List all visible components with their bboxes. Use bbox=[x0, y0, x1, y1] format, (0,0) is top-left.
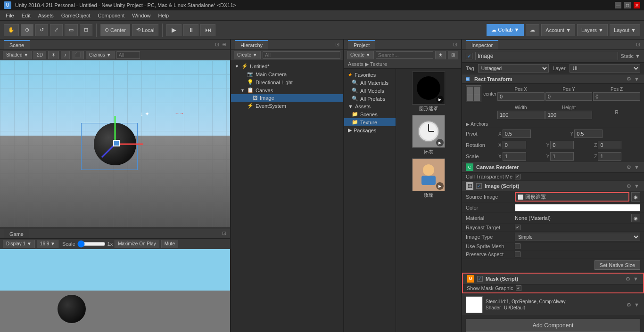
account-button[interactable]: Account ▼ bbox=[541, 24, 575, 36]
display-dropdown[interactable]: Display 1 ▼ bbox=[3, 240, 35, 248]
layer-select[interactable]: UI bbox=[570, 64, 640, 73]
hierarchy-create-button[interactable]: Create ▼ bbox=[234, 51, 261, 59]
width-input[interactable] bbox=[497, 111, 545, 119]
asset-thumb-watch[interactable]: ▶ 怀表 bbox=[398, 114, 459, 156]
project-sort-button[interactable]: ⊞ bbox=[448, 51, 458, 59]
center-toggle-button[interactable]: ⊙ Center bbox=[100, 24, 130, 36]
minimize-button[interactable]: — bbox=[615, 2, 621, 8]
audio-button[interactable]: ♪ bbox=[61, 51, 70, 59]
menu-file[interactable]: File bbox=[2, 12, 18, 19]
collab-button[interactable]: ☁ Collab ▼ bbox=[487, 24, 524, 36]
hierarchy-scene-root[interactable]: ▼ ⚡ Untitled* bbox=[231, 62, 343, 70]
menu-assets[interactable]: Assets bbox=[34, 12, 58, 19]
hierarchy-pin[interactable]: ⊡ bbox=[335, 41, 339, 48]
static-toggle[interactable]: Static ▼ bbox=[621, 53, 640, 59]
gizmos-button[interactable]: Gizmos ▼ bbox=[86, 51, 115, 59]
canvas-renderer-menu-button[interactable]: ▼ bbox=[633, 164, 640, 170]
asset-thumb-rose[interactable]: ▶ 玫瑰 bbox=[398, 157, 459, 200]
scale-z-input[interactable] bbox=[598, 152, 621, 161]
project-all-prefabs[interactable]: 🔍 All Prefabs bbox=[344, 95, 396, 103]
pos-z-input[interactable] bbox=[593, 92, 640, 101]
raycast-checkbox[interactable]: ✓ bbox=[515, 225, 520, 230]
shaded-dropdown[interactable]: Shaded ▼ bbox=[3, 51, 32, 59]
image-script-settings-button[interactable]: ⚙ bbox=[626, 183, 632, 189]
rect-transform-settings-button[interactable]: ⚙ bbox=[626, 76, 632, 82]
2d-button[interactable]: 2D bbox=[33, 51, 46, 59]
hand-tool-button[interactable]: ✋ bbox=[4, 24, 19, 36]
set-native-size-button[interactable]: Set Native Size bbox=[594, 260, 640, 270]
asset-thumb-circle[interactable]: ▶ 圆形遮罩 bbox=[398, 71, 459, 113]
scale-slider[interactable] bbox=[77, 241, 106, 247]
rect-transform-menu-button[interactable]: ▼ bbox=[633, 76, 640, 82]
rot-y-input[interactable] bbox=[550, 141, 574, 149]
menu-gameobject[interactable]: GameObject bbox=[58, 12, 94, 19]
mask-script-header[interactable]: M ✓ Mask (Script) ⚙ ▼ bbox=[463, 274, 643, 284]
move-tool-button[interactable]: ⊕ bbox=[21, 24, 33, 36]
project-scenes[interactable]: 📁 Scenes bbox=[344, 110, 396, 118]
hierarchy-search[interactable] bbox=[263, 51, 340, 59]
project-tab[interactable]: Project bbox=[348, 40, 375, 49]
rotate-tool-button[interactable]: ↺ bbox=[35, 24, 48, 36]
close-button[interactable]: ✕ bbox=[634, 2, 640, 8]
source-image-select-button[interactable]: ◉ bbox=[631, 192, 640, 202]
source-image-field[interactable]: ⬜ 圆形遮罩 bbox=[515, 192, 629, 202]
transform-tool-button[interactable]: ⊞ bbox=[80, 24, 92, 36]
project-search[interactable] bbox=[376, 51, 433, 59]
preserve-checkbox[interactable] bbox=[515, 251, 520, 257]
show-mask-checkbox[interactable]: ✓ bbox=[516, 285, 521, 291]
panel-pin[interactable]: ⊡ bbox=[215, 41, 219, 48]
canvas-renderer-header[interactable]: C Canvas Renderer ⚙ ▼ bbox=[462, 162, 644, 173]
rot-z-input[interactable] bbox=[598, 141, 621, 149]
pos-y-input[interactable] bbox=[545, 92, 593, 101]
pos-x-input[interactable] bbox=[497, 92, 545, 101]
menu-help[interactable]: Help bbox=[154, 12, 173, 19]
play-button[interactable]: ▶ bbox=[166, 24, 182, 36]
maximize-on-play-button[interactable]: Maximize On Play bbox=[115, 240, 159, 248]
cloud-button[interactable]: ☁ bbox=[526, 24, 539, 36]
pause-button[interactable]: ⏸ bbox=[183, 24, 198, 36]
scene-tab[interactable]: Scene bbox=[4, 40, 30, 49]
mask-script-settings-button[interactable]: ⚙ bbox=[625, 276, 631, 282]
image-script-enabled[interactable]: ✓ bbox=[476, 183, 482, 189]
inspector-tab[interactable]: Inspector bbox=[466, 40, 498, 49]
rect-transform-header[interactable]: ⊞ Rect Transform ⚙ ▼ bbox=[462, 74, 644, 84]
object-enabled-checkbox[interactable]: ✓ bbox=[466, 53, 472, 59]
image-script-menu-button[interactable]: ▼ bbox=[633, 183, 640, 189]
color-swatch[interactable] bbox=[515, 204, 640, 211]
mask-script-menu-button[interactable]: ▼ bbox=[632, 276, 639, 282]
game-tab[interactable]: Game bbox=[4, 229, 29, 238]
project-texture[interactable]: 📁 Texture bbox=[344, 118, 396, 126]
layout-button[interactable]: Layout ▼ bbox=[610, 24, 640, 36]
use-sprite-checkbox[interactable] bbox=[515, 243, 520, 249]
pivot-y-input[interactable] bbox=[574, 130, 603, 138]
menu-window[interactable]: Window bbox=[128, 12, 154, 19]
maximize-button[interactable]: □ bbox=[624, 2, 631, 8]
step-button[interactable]: ⏭ bbox=[200, 24, 215, 36]
scale-tool-button[interactable]: ⤢ bbox=[50, 24, 63, 36]
layers-button[interactable]: Layers ▼ bbox=[577, 24, 608, 36]
panel-maximize-icon[interactable]: ⊕ bbox=[222, 41, 226, 48]
rect-tool-button[interactable]: ▭ bbox=[65, 24, 78, 36]
project-all-materials[interactable]: 🔍 All Materials bbox=[344, 79, 396, 87]
project-create-button[interactable]: Create ▼ bbox=[347, 51, 374, 59]
stencil-menu-button[interactable]: ▼ bbox=[633, 302, 640, 308]
effects-button[interactable]: ⬛ bbox=[72, 51, 84, 59]
ratio-dropdown[interactable]: 16:9 ▼ bbox=[37, 240, 58, 248]
tag-select[interactable]: Untagged bbox=[478, 64, 549, 73]
mask-script-enabled[interactable]: ✓ bbox=[477, 276, 483, 282]
project-all-models[interactable]: 🔍 All Models bbox=[344, 87, 396, 95]
hierarchy-directional-light[interactable]: 💡 Directional Light bbox=[231, 78, 343, 86]
height-input[interactable] bbox=[545, 111, 593, 119]
rot-x-input[interactable] bbox=[503, 141, 526, 149]
project-favorites-header[interactable]: ★ Favorites bbox=[344, 71, 396, 79]
canvas-renderer-settings-button[interactable]: ⚙ bbox=[626, 164, 632, 170]
cull-checkbox[interactable]: ✓ bbox=[515, 174, 520, 179]
inspector-pin[interactable]: ⊡ bbox=[636, 41, 640, 48]
menu-edit[interactable]: Edit bbox=[18, 12, 34, 19]
add-component-button[interactable]: Add Component bbox=[466, 319, 640, 332]
scale-x-input[interactable] bbox=[503, 152, 526, 161]
local-toggle-button[interactable]: ⟲ Local bbox=[132, 24, 158, 36]
hierarchy-eventsystem[interactable]: ⚡ EventSystem bbox=[231, 102, 343, 110]
pivot-x-input[interactable] bbox=[503, 130, 531, 138]
hierarchy-tab[interactable]: Hierarchy bbox=[235, 40, 268, 49]
